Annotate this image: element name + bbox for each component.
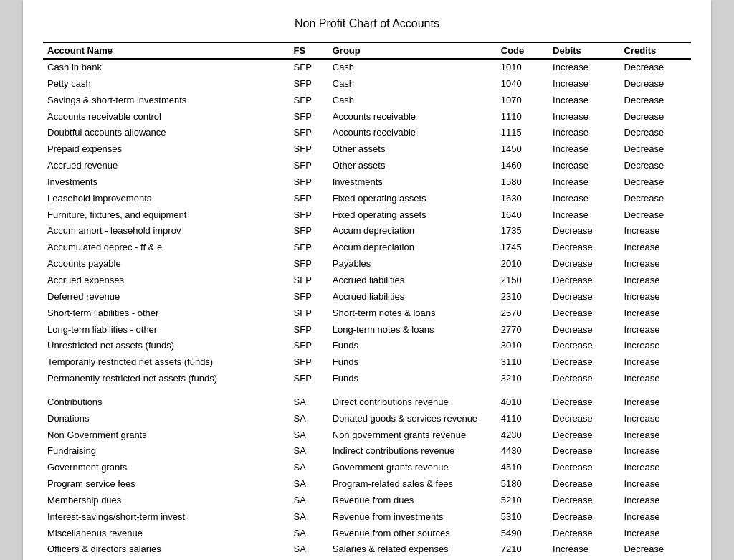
- table-row: Accumulated deprec - ff & e SFP Accum de…: [43, 239, 691, 256]
- cell-credits: Increase: [620, 427, 691, 444]
- cell-credits: Decrease: [620, 541, 691, 558]
- cell-code: 5490: [497, 526, 548, 542]
- cell-credits: Increase: [620, 322, 691, 338]
- cell-account-name: Cash in bank: [43, 59, 290, 76]
- table-row: Program service fees SA Program-related …: [43, 476, 691, 493]
- cell-fs: SFP: [290, 289, 328, 305]
- cell-fs: SA: [290, 476, 328, 493]
- cell-group: Payables: [328, 256, 497, 272]
- cell-debits: Decrease: [548, 371, 619, 387]
- cell-fs: SFP: [290, 59, 328, 76]
- cell-debits: Increase: [548, 109, 619, 125]
- cell-code: 1460: [497, 158, 548, 174]
- cell-credits: Decrease: [620, 158, 691, 174]
- cell-credits: Increase: [620, 272, 691, 289]
- table-row: Accounts payable SFP Payables 2010 Decre…: [43, 256, 691, 272]
- cell-debits: Decrease: [548, 476, 619, 493]
- cell-credits: Increase: [620, 394, 691, 411]
- cell-fs: SFP: [290, 207, 328, 224]
- cell-credits: Increase: [620, 256, 691, 272]
- table-row: Accrued revenue SFP Other assets 1460 In…: [43, 158, 691, 174]
- cell-code: 5180: [497, 476, 548, 493]
- cell-debits: Decrease: [548, 322, 619, 338]
- table-row: Doubtful accounts allowance SFP Accounts…: [43, 125, 691, 141]
- cell-fs: SFP: [290, 239, 328, 256]
- cell-group: Indirect contributions revenue: [328, 443, 497, 460]
- cell-credits: Decrease: [620, 109, 691, 125]
- cell-debits: Increase: [548, 191, 619, 207]
- cell-fs: SFP: [290, 109, 328, 125]
- cell-debits: Increase: [548, 59, 619, 76]
- table-row: Savings & short-term investments SFP Cas…: [43, 92, 691, 109]
- cell-fs: SFP: [290, 338, 328, 354]
- cell-debits: Increase: [548, 158, 619, 174]
- cell-debits: Decrease: [548, 394, 619, 411]
- table-row: Long-term liabilities - other SFP Long-t…: [43, 322, 691, 338]
- cell-account-name: Permanently restricted net assets (funds…: [43, 371, 290, 387]
- cell-code: 1735: [497, 223, 548, 239]
- cell-code: 2150: [497, 272, 548, 289]
- cell-credits: Decrease: [620, 125, 691, 141]
- page-container: Non Profit Chart of Accounts Account Nam…: [23, 0, 711, 560]
- cell-group: Funds: [328, 354, 497, 371]
- cell-group: Revenue from dues: [328, 493, 497, 509]
- table-row: Deferred revenue SFP Accrued liabilities…: [43, 289, 691, 305]
- cell-account-name: Doubtful accounts allowance: [43, 125, 290, 141]
- cell-debits: Decrease: [548, 526, 619, 542]
- cell-code: 3010: [497, 338, 548, 354]
- cell-credits: Increase: [620, 443, 691, 460]
- table-row: Government grants SA Government grants r…: [43, 460, 691, 476]
- cell-code: 3110: [497, 354, 548, 371]
- cell-fs: SA: [290, 411, 328, 427]
- cell-group: Donated goods & services revenue: [328, 411, 497, 427]
- table-row: Petty cash SFP Cash 1040 Increase Decrea…: [43, 76, 691, 92]
- cell-code: 1580: [497, 174, 548, 191]
- cell-account-name: Prepaid expenses: [43, 141, 290, 158]
- cell-account-name: Accounts payable: [43, 256, 290, 272]
- cell-debits: Increase: [548, 125, 619, 141]
- header-fs: FS: [290, 42, 328, 59]
- cell-debits: Decrease: [548, 427, 619, 444]
- page-title: Non Profit Chart of Accounts: [43, 17, 691, 30]
- cell-group: Short-term notes & loans: [328, 305, 497, 322]
- cell-code: 4010: [497, 394, 548, 411]
- table-row: Unrestricted net assets (funds) SFP Fund…: [43, 338, 691, 354]
- cell-fs: SA: [290, 427, 328, 444]
- cell-code: 4110: [497, 411, 548, 427]
- cell-credits: Increase: [620, 371, 691, 387]
- cell-debits: Increase: [548, 541, 619, 558]
- cell-group: Accounts receivable: [328, 125, 497, 141]
- table-row: Permanently restricted net assets (funds…: [43, 371, 691, 387]
- cell-group: Fixed operating assets: [328, 207, 497, 224]
- cell-credits: Decrease: [620, 207, 691, 224]
- cell-group: Other assets: [328, 141, 497, 158]
- cell-code: 1630: [497, 191, 548, 207]
- cell-account-name: Government grants: [43, 460, 290, 476]
- cell-credits: Increase: [620, 411, 691, 427]
- cell-account-name: Membership dues: [43, 493, 290, 509]
- cell-code: 2570: [497, 305, 548, 322]
- cell-fs: SFP: [290, 76, 328, 92]
- cell-account-name: Interest-savings/short-term invest: [43, 509, 290, 526]
- cell-debits: Increase: [548, 92, 619, 109]
- table-row: Miscellaneous revenue SA Revenue from ot…: [43, 526, 691, 542]
- header-name: Account Name: [43, 42, 290, 59]
- cell-group: Investments: [328, 174, 497, 191]
- cell-code: 1745: [497, 239, 548, 256]
- cell-code: 4510: [497, 460, 548, 476]
- cell-code: 1450: [497, 141, 548, 158]
- table-row: Short-term liabilities - other SFP Short…: [43, 305, 691, 322]
- cell-credits: Increase: [620, 338, 691, 354]
- cell-fs: SA: [290, 509, 328, 526]
- cell-debits: Decrease: [548, 354, 619, 371]
- cell-account-name: Accrued revenue: [43, 158, 290, 174]
- cell-fs: SFP: [290, 371, 328, 387]
- header-code: Code: [497, 42, 548, 59]
- cell-fs: SFP: [290, 354, 328, 371]
- cell-credits: Decrease: [620, 174, 691, 191]
- cell-fs: SA: [290, 541, 328, 558]
- cell-fs: SFP: [290, 256, 328, 272]
- cell-group: Non government grants revenue: [328, 427, 497, 444]
- cell-fs: SFP: [290, 174, 328, 191]
- table-row: Fundraising SA Indirect contributions re…: [43, 443, 691, 460]
